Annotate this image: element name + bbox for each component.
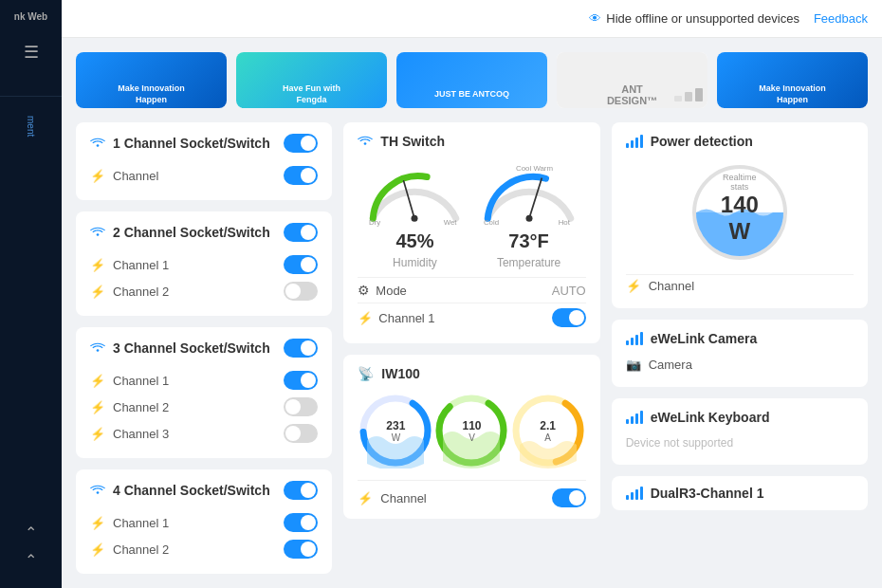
promo-card-4[interactable]: ANTDESIGN™ What's new 10 New Features re… — [557, 52, 707, 108]
device-card-3ch: 3 Channel Socket/Switch ⚡ Channel 1 — [76, 327, 332, 458]
humidity-value: 45% — [358, 230, 471, 252]
power-detection-name: Power detection — [651, 134, 753, 149]
svg-point-1 — [97, 233, 100, 236]
device-name-4ch: 4 Channel Socket/Switch — [113, 483, 270, 498]
toggle-4ch-main[interactable] — [284, 481, 318, 500]
left-column: 1 Channel Socket/Switch ⚡ Channel — [76, 122, 332, 574]
th-switch-name: TH Switch — [380, 134, 445, 149]
eye-icon: 👁 — [589, 11, 601, 26]
iw-channel-row: ⚡ Channel — [358, 480, 585, 507]
power-watt-value: 140 W — [713, 192, 765, 245]
lightning-icon-2ch-1: ⚡ — [90, 258, 105, 272]
temperature-value: 73°F — [472, 230, 586, 252]
toggle-4ch-ch1[interactable] — [284, 513, 318, 532]
toggle-th-ch1[interactable] — [552, 308, 586, 327]
channel-label-3ch-3: Channel 3 — [113, 427, 169, 441]
lightning-icon-1ch: ⚡ — [90, 169, 105, 183]
temperature-svg: Cold Cool Warm Hot — [472, 160, 586, 227]
lightning-icon-iw: ⚡ — [358, 491, 373, 505]
ewelink-keyboard-card: eWeLink Keyboard Device not supported — [612, 398, 868, 465]
toggle-2ch-ch1[interactable] — [284, 255, 318, 274]
middle-column: TH Switch — [343, 122, 599, 574]
hamburger-icon[interactable]: ☰ — [24, 42, 39, 63]
svg-text:Cool: Cool — [516, 164, 531, 173]
channel-label-2ch-2: Channel 2 — [113, 285, 169, 299]
humidity-label: Humidity — [358, 256, 471, 269]
svg-text:Wet: Wet — [444, 218, 458, 227]
lightning-icon-4ch-1: ⚡ — [90, 516, 105, 530]
power-channel-row: ⚡ Channel — [626, 274, 854, 297]
dualr3-card: DualR3-Channel 1 — [612, 476, 868, 510]
collapse-icon-1[interactable]: ⌃ — [25, 524, 37, 542]
promo-row: Make InnovationHappen Black Friday Deals… — [76, 52, 868, 108]
right-column: Power detection — [612, 122, 868, 574]
svg-text:Warm: Warm — [533, 164, 553, 173]
svg-point-4 — [364, 142, 367, 145]
promo-card-1[interactable]: Make InnovationHappen Black Friday Deals… — [76, 52, 227, 108]
iw-channel-label: Channel — [380, 491, 426, 505]
channel-label-3ch-2: Channel 2 — [113, 400, 169, 414]
wifi-icon-4ch — [90, 483, 105, 498]
lightning-icon-3ch-1: ⚡ — [90, 374, 105, 388]
channel-label-2ch-1: Channel 1 — [113, 258, 169, 272]
bar-icon-keyboard — [626, 411, 643, 424]
mode-value: AUTO — [552, 284, 586, 298]
current-gauge-unit: A — [540, 432, 556, 443]
toggle-3ch-ch2[interactable] — [284, 397, 318, 416]
unsupported-label: Device not supported — [626, 432, 854, 453]
humidity-gauge: Dry Wet 45% Humidity — [358, 160, 471, 269]
svg-text:Hot: Hot — [558, 218, 570, 227]
mode-icon: ⚙ — [358, 283, 370, 298]
toggle-1ch-main[interactable] — [284, 134, 318, 153]
hide-offline-button[interactable]: 👁 Hide offline or unsupported devices — [589, 11, 799, 26]
power-gauge-value: 231 — [386, 419, 405, 432]
device-card-2ch: 2 Channel Socket/Switch ⚡ Channel 1 — [76, 211, 332, 316]
power-detection-card: Power detection — [612, 122, 868, 308]
nav-item-1[interactable]: ment — [26, 106, 36, 146]
voltage-gauge-value: 110 — [462, 419, 481, 432]
sidebar: nk Web ☰ ment ⌃ ⌃ — [0, 0, 62, 588]
topbar: 👁 Hide offline or unsupported devices Fe… — [62, 0, 882, 38]
camera-name: eWeLink Camera — [651, 331, 758, 346]
power-gauge: 231 W — [358, 393, 433, 469]
device-grid: 1 Channel Socket/Switch ⚡ Channel — [76, 122, 868, 574]
promo-banner-4: ANTDESIGN™ — [557, 52, 707, 108]
bar-icon-camera — [626, 332, 643, 345]
temperature-gauge: Cold Cool Warm Hot 73°F Temperature — [472, 160, 586, 269]
lightning-icon-3ch-2: ⚡ — [90, 400, 105, 414]
power-gauge-unit: W — [386, 432, 405, 443]
toggle-2ch-ch2[interactable] — [284, 282, 318, 301]
wifi-icon-th — [358, 134, 373, 149]
lightning-icon-3ch-3: ⚡ — [90, 427, 105, 441]
toggle-3ch-main[interactable] — [284, 339, 318, 358]
promo-banner-2: Have Fun withFengda — [236, 52, 387, 108]
svg-point-0 — [97, 144, 100, 147]
device-name-3ch: 3 Channel Socket/Switch — [113, 340, 270, 356]
realtime-label: Realtime stats — [713, 173, 765, 192]
promo-card-5[interactable]: Make InnovationHappen Black Friday Deals… — [717, 52, 868, 108]
wifi-icon-2ch — [90, 225, 105, 240]
bar-icon-power — [626, 135, 643, 148]
lightning-icon-2ch-2: ⚡ — [90, 285, 105, 299]
mode-row: ⚙ Mode AUTO — [358, 277, 585, 303]
iw100-name: IW100 — [381, 366, 419, 381]
feedback-link[interactable]: Feedback — [814, 11, 868, 26]
app-logo: nk Web — [14, 9, 47, 23]
promo-card-3[interactable]: JUST BE ANTCOQ Earlybird ONLY! Touch scr… — [396, 52, 547, 108]
svg-point-10 — [525, 215, 532, 222]
current-gauge-value: 2.1 — [540, 419, 556, 432]
channel-row-1ch: ⚡ Channel — [90, 162, 318, 189]
device-card-4ch: 4 Channel Socket/Switch ⚡ Channel 1 — [76, 469, 332, 574]
ewelink-camera-card: eWeLink Camera 📷 Camera — [612, 320, 868, 387]
promo-card-2[interactable]: Have Fun withFengda eWeLink smart home b… — [236, 52, 387, 108]
toggle-2ch-main[interactable] — [284, 223, 318, 242]
collapse-icon-2[interactable]: ⌃ — [25, 551, 37, 569]
toggle-1ch-ch1[interactable] — [284, 166, 318, 185]
th-channel-label: Channel 1 — [378, 311, 434, 325]
toggle-iw-ch[interactable] — [552, 488, 586, 507]
camera-label: Camera — [649, 358, 692, 372]
toggle-4ch-ch2[interactable] — [284, 540, 318, 559]
device-name-2ch: 2 Channel Socket/Switch — [113, 225, 270, 240]
toggle-3ch-ch1[interactable] — [284, 371, 318, 390]
toggle-3ch-ch3[interactable] — [284, 424, 318, 443]
